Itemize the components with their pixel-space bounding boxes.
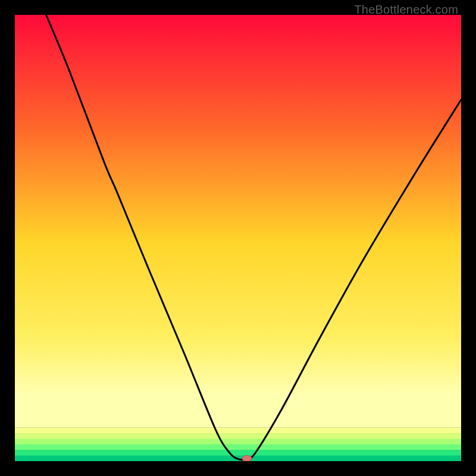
svg-rect-2 (15, 439, 461, 445)
bottleneck-plot (15, 15, 461, 461)
chart-frame (15, 15, 461, 461)
svg-rect-3 (15, 444, 461, 450)
svg-rect-4 (15, 450, 461, 456)
svg-rect-0 (15, 428, 461, 434)
optimum-marker (242, 456, 252, 462)
svg-rect-1 (15, 433, 461, 439)
gradient-background (15, 15, 461, 428)
watermark-text: TheBottleneck.com (354, 3, 458, 17)
green-bands (15, 428, 461, 461)
